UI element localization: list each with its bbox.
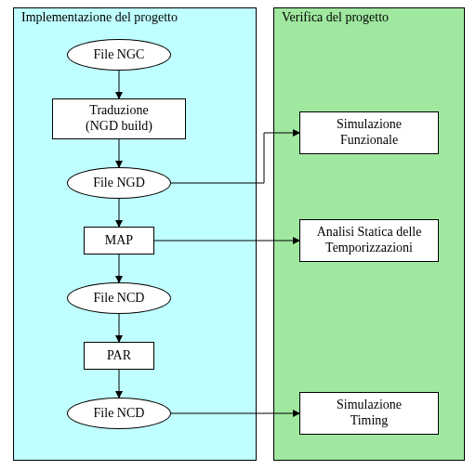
node-timing-sim: SimulazioneTiming [299,392,439,435]
node-file-ncd-2: File NCD [67,398,171,429]
node-static-timing: Analisi Statica delleTemporizzazioni [299,219,439,262]
node-file-ngd: File NGD [67,167,171,199]
node-map: MAP [84,227,154,255]
diagram-canvas: Implementazione del progetto Verifica de… [0,0,476,470]
node-par: PAR [84,342,154,370]
node-file-ncd-1: File NCD [67,282,171,314]
node-file-ngc: File NGC [67,39,171,71]
verification-panel-title: Verifica del progetto [282,10,389,25]
node-functional-sim: SimulazioneFunzionale [299,111,439,154]
node-translate: Traduzione(NGD build) [52,98,186,139]
implementation-panel-title: Implementazione del progetto [21,10,178,25]
